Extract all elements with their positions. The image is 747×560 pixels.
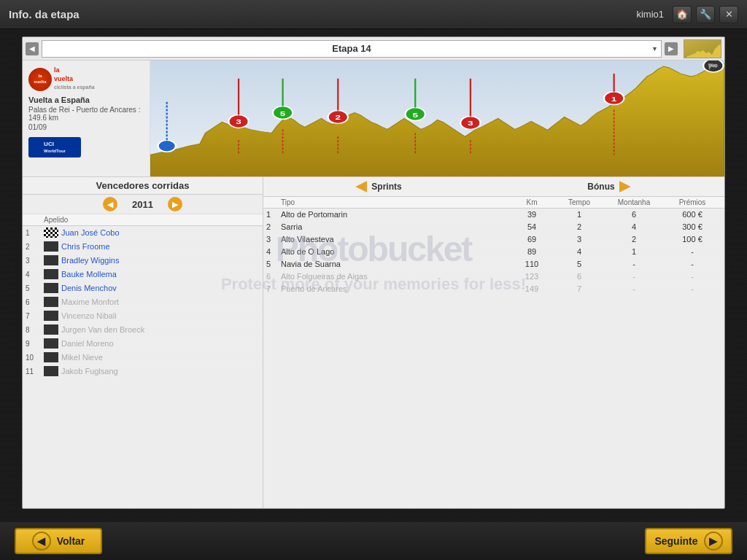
svg-text:3: 3 [236,119,241,125]
winner-flag-icon [44,366,58,376]
bonus-list: 1 Alto de Portomarin 39 1 6 600 € 2 Sarr… [263,209,724,295]
bonus-num: 4 [266,247,281,256]
bonus-montanha: 6 [605,210,663,219]
winner-name: Bauke Mollema [61,270,260,279]
svg-text:3: 3 [468,120,473,127]
winner-rank: 2 [26,243,44,251]
bonus-premios: - [663,284,721,293]
winner-name: Juan José Cobo [61,228,260,237]
winner-row[interactable]: 9 Daniel Moreno [23,337,263,351]
winner-flag-icon [44,269,58,279]
bonus-num: 1 [266,210,281,219]
winner-name: Daniel Moreno [61,339,260,348]
top-bar-controls: kimio1 🏠 🔧 ✕ [636,6,738,23]
username: kimio1 [636,9,664,20]
settings-button[interactable]: 🔧 [696,6,715,23]
bonus-km: 149 [510,284,554,293]
winner-flag-icon [44,255,58,265]
year-prev-button[interactable]: ◀ [103,197,117,211]
bonus-next-icon [619,181,631,192]
col-montanha: Montanha [605,198,663,206]
bonus-row: 6 Alto Folgueiras de Aigas 123 6 - - [263,271,724,283]
winner-rank: 9 [26,340,44,348]
bonus-section: Sprints Bónus Tipo Km Tempo Montanha Pré… [263,177,724,508]
winner-row[interactable]: 1 Juan José Cobo [23,226,263,240]
bonus-premios: 100 € [663,235,721,244]
stage-next-button[interactable]: ▶ [665,42,678,55]
bonus-tempo: 3 [554,235,605,244]
race-route: Palas de Rei - Puerto de Ancares : 149.6… [28,106,144,122]
profile-thumbnail [684,39,721,58]
bonus-num: 5 [266,260,281,268]
winner-row[interactable]: 5 Denis Menchov [23,281,263,295]
winner-row[interactable]: 11 Jakob Fuglsang [23,365,263,378]
winner-name: Denis Menchov [61,284,260,292]
bonus-km: 89 [510,247,554,256]
winner-name: Jakob Fuglsang [61,367,260,376]
winner-row[interactable]: 2 Chris Froome [23,240,263,254]
svg-text:2: 2 [336,114,341,121]
winner-row[interactable]: 7 Vincenzo Nibali [23,309,263,323]
winner-rank: 6 [26,298,44,306]
col-tempo: Tempo [554,198,605,206]
bonus-label: Bónus [587,182,614,192]
main-panel: ◀ Etapa 14 ▼ ▶ lavuelta [22,36,725,509]
close-button[interactable]: ✕ [719,6,738,23]
winner-row[interactable]: 6 Maxime Monfort [23,295,263,309]
uci-logo: UCIWorldTour [28,137,144,158]
bonus-num: 2 [266,222,281,231]
stage-prev-button[interactable]: ◀ [26,42,39,55]
col-km: Km [510,198,554,206]
back-button[interactable]: ◀ Voltar [15,528,102,554]
sprints-prev-icon [355,181,367,192]
winner-flag-icon [44,338,58,349]
bonus-tipo: Alto de O Lago [281,247,510,256]
home-button[interactable]: 🏠 [673,6,692,23]
winner-flag-icon [44,241,58,252]
bonus-tipo: Navia de Suarna [281,260,510,268]
back-label: Voltar [57,535,85,547]
bonus-header: Sprints Bónus [263,177,724,197]
winner-row[interactable]: 4 Bauke Mollema [23,268,263,281]
winner-flag-icon [44,283,58,293]
top-bar: Info. da etapa kimio1 🏠 🔧 ✕ [0,0,747,29]
vuelta-logo: lavuelta lavueltaciclista a españa [28,66,144,92]
winner-rank: 7 [26,312,44,320]
winner-rank: 5 [26,284,44,292]
winner-row[interactable]: 10 Mikel Nieve [23,351,263,365]
bonus-row: 1 Alto de Portomarin 39 1 6 600 € [263,209,724,221]
winners-list: 1 Juan José Cobo 2 Chris Froome 3 Bradle… [23,226,263,378]
winner-name: Maxime Monfort [61,298,260,306]
bonus-tempo: 6 [554,272,605,281]
bonus-km: 69 [510,235,554,244]
winner-flag-icon [44,352,58,362]
stage-info: lavuelta lavueltaciclista a españa Vuelt… [23,61,150,176]
winner-flag-icon [44,324,58,335]
svg-text:1: 1 [611,96,617,102]
bonus-premios: 300 € [663,222,721,231]
winner-name: Bradley Wiggins [61,256,260,265]
bonus-montanha: - [605,284,663,293]
sprints-label: Sprints [371,182,401,192]
year-next-button[interactable]: ▶ [168,197,182,211]
winner-row[interactable]: 3 Bradley Wiggins [23,254,263,268]
bonus-row: 4 Alto de O Lago 89 4 1 - [263,246,724,258]
sprints-tab[interactable]: Sprints [263,177,494,196]
winner-row[interactable]: 8 Jurgen Van den Broeck [23,323,263,337]
bonus-tab[interactable]: Bónus [494,177,724,196]
bonus-tipo: Alto Vilaesteva [281,235,510,244]
main-content: ◀ Etapa 14 ▼ ▶ lavuelta [22,36,725,509]
bonus-row: 5 Navia de Suarna 110 5 - - [263,258,724,271]
winner-flag-icon [44,311,58,321]
bonus-tempo: 1 [554,210,605,219]
bonus-row: 7 Puerto de Ancares 149 7 - - [263,283,724,295]
bonus-km: 110 [510,260,554,268]
next-button[interactable]: Seguinte ▶ [645,528,732,554]
bonus-premios: - [663,260,721,268]
bonus-km: 123 [510,272,554,281]
next-label: Seguinte [654,535,697,547]
bonus-num: 7 [266,284,281,293]
winner-name: Jurgen Van den Broeck [61,325,260,334]
bonus-row: 3 Alto Vilaesteva 69 3 2 100 € [263,233,724,246]
bonus-num: 6 [266,272,281,281]
